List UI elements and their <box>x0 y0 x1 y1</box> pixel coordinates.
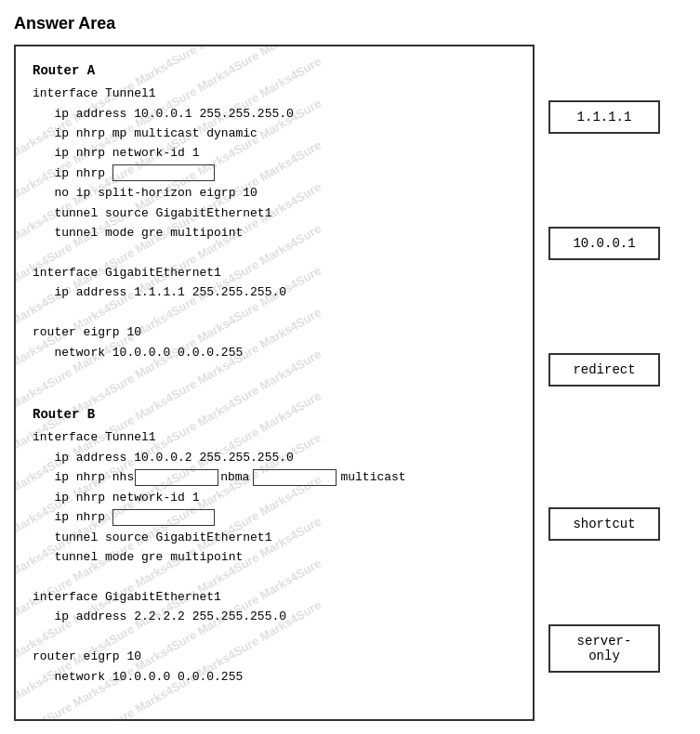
router-b-line-4: ip nhrp <box>33 507 516 527</box>
page-title: Answer Area <box>14 14 686 33</box>
router-a-line-2: ip address 10.0.0.1 255.255.255.0 <box>33 104 516 124</box>
router-b-line-3: ip nhrp network-id 1 <box>33 488 516 507</box>
router-a-line-3: ip nhrp mp multicast dynamic <box>33 124 516 143</box>
router-b-line-2: ip address 10.0.0.2 255.255.255.0 <box>33 448 516 467</box>
router-b-blank-2 <box>33 627 516 647</box>
answer-area-box: Marks4Sure Marks4Sure Marks4Sure Marks4S… <box>14 45 535 721</box>
option-shortcut[interactable]: shortcut <box>548 507 660 541</box>
router-b-line-5: tunnel source GigabitEthernet1 <box>33 528 516 547</box>
router-a-line-7: tunnel source GigabitEthernet1 <box>33 203 516 223</box>
router-b-line-9: router eigrp 10 <box>33 647 516 666</box>
router-a-line-8: tunnel mode gre multipoint <box>33 223 516 242</box>
router-a-line-5: ip nhrp <box>33 164 516 183</box>
router-a-blank-1 <box>33 243 516 263</box>
router-a-line-12: network 10.0.0.0 0.0.0.255 <box>33 343 516 362</box>
router-a-line-9: interface GigabitEthernet1 <box>33 263 516 282</box>
router-b-line-7: interface GigabitEthernet1 <box>33 587 516 607</box>
router-b-line-6: tunnel mode gre multipoint <box>33 547 516 567</box>
router-b-nhs-input[interactable] <box>135 469 218 486</box>
router-b-blank-1 <box>33 567 516 586</box>
option-redirect[interactable]: redirect <box>548 353 660 387</box>
option-server-only[interactable]: server-only <box>548 624 660 673</box>
router-a-header: Router A <box>33 60 516 82</box>
option-10-0-0-1[interactable]: 10.0.0.1 <box>548 227 660 260</box>
router-a-line-1: interface Tunnel1 <box>33 84 516 103</box>
router-b-line-10: network 10.0.0.0 0.0.0.255 <box>33 667 516 687</box>
router-a-line-4: ip nhrp network-id 1 <box>33 143 516 163</box>
router-b-nhrp-input-box[interactable] <box>112 509 215 526</box>
router-a-line-11: router eigrp 10 <box>33 322 516 342</box>
router-b-line-8: ip address 2.2.2.2 255.255.255.0 <box>33 607 516 626</box>
router-a-line-6: no ip split-horizon eigrp 10 <box>33 183 516 203</box>
router-b-header: Router B <box>33 404 516 426</box>
router-a-blank-2 <box>33 303 516 322</box>
router-a-line-10: ip address 1.1.1.1 255.255.255.0 <box>33 282 516 302</box>
router-a-section: Router A interface Tunnel1 ip address 10… <box>33 60 516 362</box>
option-1-1-1-1[interactable]: 1.1.1.1 <box>548 100 660 134</box>
router-b-nhs-line: ip nhrp nhsnbmamulticast <box>33 467 516 487</box>
router-b-line-1: interface Tunnel1 <box>33 427 516 447</box>
router-b-section: Router B interface Tunnel1 ip address 10… <box>33 404 516 687</box>
router-b-nbma-input[interactable] <box>253 469 337 486</box>
side-options-panel: 1.1.1.1 10.0.0.1 redirect shortcut serve… <box>548 45 669 673</box>
router-a-nhrp-input-box[interactable] <box>112 164 215 181</box>
